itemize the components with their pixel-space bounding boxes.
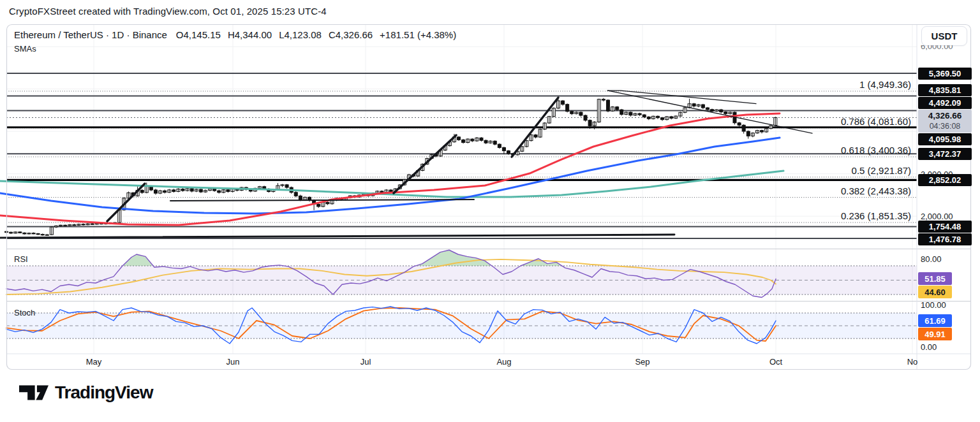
- rsi-value-badge: 51.85: [918, 272, 952, 285]
- current-price-badge: 4,326.66 04:36:08: [918, 110, 972, 133]
- time-axis[interactable]: [6, 354, 971, 370]
- smas-indicator-label: SMAs: [14, 44, 36, 54]
- bar-countdown: 04:36:08: [930, 122, 961, 132]
- price-axis-badge: 3,472.37: [918, 148, 972, 160]
- attribution-text: CryptoFXStreet created with TradingView.…: [9, 6, 327, 17]
- stoch-value-badge: 49.91: [918, 328, 952, 340]
- price-axis-badge: 1,476.78: [918, 233, 972, 245]
- legend-symbol: Ethereum / TetherUS · 1D · Binance: [14, 29, 167, 40]
- tradingview-logo-icon: [19, 384, 48, 402]
- rsi-value-badge: 44.60: [918, 286, 952, 298]
- price-axis-badge: 4,835.81: [918, 84, 972, 96]
- fib-level-label: 1 (4,949.36): [720, 79, 911, 90]
- fib-level-label: 0.618 (3,400.36): [720, 145, 911, 156]
- price-axis-badge: 1,754.48: [918, 221, 972, 233]
- price-axis-badge: 5,369.50: [918, 68, 972, 80]
- price-axis-badge: 4,095.98: [918, 133, 972, 145]
- fib-level-label: 0.236 (1,851.35): [720, 210, 911, 221]
- tradingview-logo[interactable]: TradingView: [19, 382, 152, 403]
- stoch-value-badge: 61.69: [918, 314, 952, 327]
- rsi-pane-label: RSI: [14, 254, 28, 264]
- stoch-pane-label: Stoch: [14, 308, 35, 317]
- legend-low: L4,123.08: [279, 29, 322, 40]
- fib-level-label: 0.5 (2,921.87): [720, 165, 911, 176]
- fib-level-label: 0.382 (2,443.38): [720, 186, 911, 196]
- legend-high: H4,344.00: [228, 29, 272, 40]
- symbol-legend: Ethereum / TetherUS · 1D · BinanceO4,145…: [14, 29, 463, 40]
- legend-open: O4,145.15: [176, 29, 221, 40]
- current-price-value: 4,326.66: [928, 111, 962, 122]
- price-axis-badge: 4,492.09: [918, 97, 972, 109]
- legend-change: +181.51 (+4.38%): [380, 29, 456, 40]
- price-axis-badge: 2,852.02: [918, 174, 972, 186]
- fib-level-label: 0.786 (4,081.60): [720, 116, 911, 127]
- legend-close: C4,326.66: [329, 29, 373, 40]
- tradingview-logo-text: TradingView: [55, 382, 152, 403]
